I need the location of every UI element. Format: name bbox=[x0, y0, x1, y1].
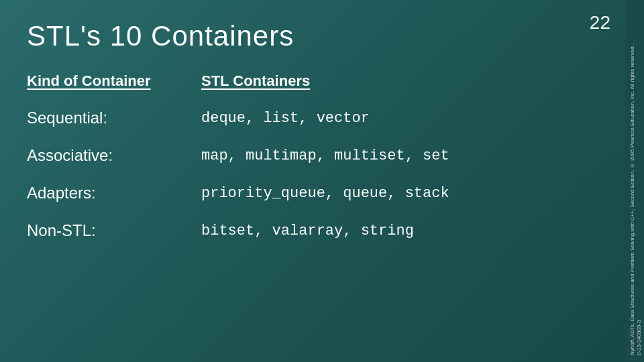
row-label-adapters: Adapters: bbox=[27, 184, 174, 202]
row-label-nonstl: Non-STL: bbox=[27, 221, 174, 240]
row-label-associative: Associative: bbox=[27, 146, 174, 165]
row-label-sequential: Sequential: bbox=[27, 109, 174, 127]
row-value-sequential: deque, list, vector bbox=[174, 109, 617, 127]
slide-title: STL's 10 Containers bbox=[27, 20, 617, 52]
row-value-adapters: priority_queue, queue, stack bbox=[174, 184, 617, 202]
row-value-associative: map, multimap, multiset, set bbox=[174, 146, 617, 165]
column-header-left: Kind of Container bbox=[27, 72, 174, 90]
row-value-nonstl: bitset, valarray, string bbox=[174, 221, 617, 240]
slide-container: 22 STL's 10 Containers Kind of Container… bbox=[0, 0, 644, 362]
page-number: 22 bbox=[590, 12, 610, 34]
content-area: Kind of Container STL Containers Sequent… bbox=[27, 72, 617, 240]
column-header-right: STL Containers bbox=[174, 72, 617, 90]
copyright-text: Nyhoff, ADTs, Data Structures and Proble… bbox=[629, 40, 639, 355]
